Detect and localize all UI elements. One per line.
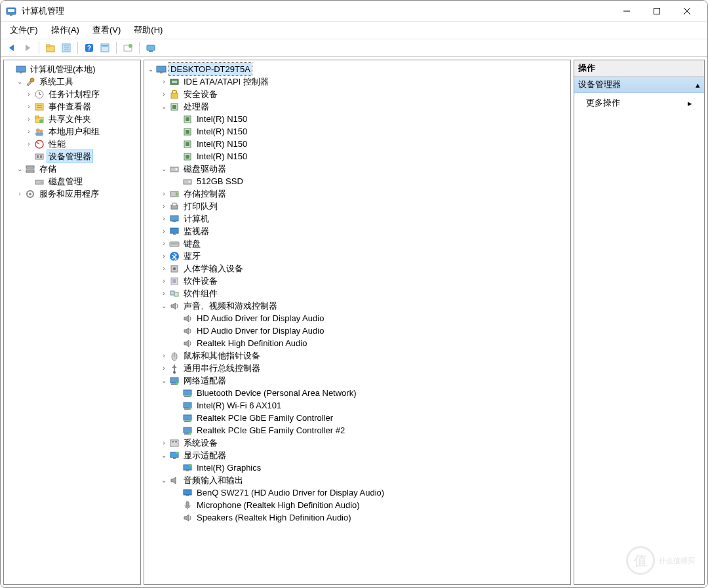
show-hide-button[interactable]: [121, 41, 135, 55]
back-button[interactable]: [5, 41, 19, 55]
blank-icon[interactable]: [172, 388, 182, 399]
collapse-icon[interactable]: ⌄: [14, 77, 25, 87]
blank-icon[interactable]: [172, 488, 182, 498]
expand-icon[interactable]: ›: [159, 363, 169, 374]
tree-item[interactable]: ›蓝牙: [146, 250, 569, 262]
expand-icon[interactable]: ›: [159, 276, 169, 286]
tree-item[interactable]: ›键盘: [146, 237, 569, 250]
tree-item[interactable]: ›软件组件: [146, 287, 569, 300]
expand-icon[interactable]: ›: [159, 438, 169, 448]
tree-item[interactable]: HD Audio Driver for Display Audio: [146, 312, 569, 324]
tree-shared-folders[interactable]: › 共享文件夹: [5, 113, 139, 125]
blank-icon[interactable]: [172, 114, 182, 125]
tree-services[interactable]: › 服务和应用程序: [5, 187, 139, 200]
expand-icon[interactable]: ›: [159, 77, 169, 87]
tree-item[interactable]: Realtek High Definition Audio: [146, 337, 569, 349]
collapse-icon[interactable]: ⌄: [159, 450, 169, 461]
tree-item[interactable]: Intel(R) Graphics: [146, 461, 569, 474]
collapse-icon[interactable]: ⌄: [159, 164, 169, 174]
blank-icon[interactable]: [172, 139, 182, 149]
blank-icon[interactable]: [172, 326, 182, 336]
view-list-button[interactable]: [98, 41, 112, 55]
expand-icon[interactable]: ›: [24, 102, 34, 112]
expand-icon[interactable]: ›: [159, 288, 169, 299]
blank-icon[interactable]: [172, 500, 182, 511]
tree-item[interactable]: Realtek PCIe GbE Family Controller: [146, 412, 569, 424]
properties-button[interactable]: [59, 41, 73, 55]
tree-root[interactable]: 计算机管理(本地): [5, 63, 139, 75]
tree-task-scheduler[interactable]: › 任务计划程序: [5, 88, 139, 100]
close-button[interactable]: [672, 1, 702, 22]
forward-button[interactable]: [20, 41, 35, 55]
help-button[interactable]: ?: [82, 41, 96, 55]
actions-group[interactable]: 设备管理器 ▴: [574, 77, 704, 93]
tree-item[interactable]: ›鼠标和其他指针设备: [146, 349, 569, 362]
tree-item[interactable]: ›IDE ATA/ATAPI 控制器: [146, 75, 569, 88]
up-button[interactable]: [43, 41, 58, 55]
tree-item[interactable]: ›人体学输入设备: [146, 262, 569, 275]
expand-icon[interactable]: ›: [159, 351, 169, 361]
tree-performance[interactable]: › 性能: [5, 138, 139, 150]
tree-storage[interactable]: ⌄ 存储: [5, 163, 139, 175]
expand-icon[interactable]: ›: [159, 239, 169, 249]
blank-icon[interactable]: [172, 413, 182, 423]
blank-icon[interactable]: [172, 313, 182, 324]
collapse-icon[interactable]: ⌄: [159, 376, 169, 386]
blank-icon[interactable]: [172, 127, 182, 137]
expand-icon[interactable]: ›: [159, 226, 169, 237]
tree-item[interactable]: ›监视器: [146, 225, 569, 237]
collapse-icon[interactable]: ⌄: [159, 475, 169, 486]
expand-icon[interactable]: ›: [14, 189, 25, 199]
tree-item[interactable]: BenQ SW271 (HD Audio Driver for Display …: [146, 486, 569, 499]
blank-icon[interactable]: [172, 463, 182, 473]
tree-item[interactable]: ›计算机: [146, 212, 569, 225]
tree-item[interactable]: Intel(R) Wi-Fi 6 AX101: [146, 399, 569, 412]
blank-icon[interactable]: [172, 338, 182, 349]
expand-icon[interactable]: [24, 176, 34, 187]
tree-device-manager[interactable]: 设备管理器: [5, 150, 139, 163]
blank-icon[interactable]: [172, 513, 182, 523]
scan-button[interactable]: [144, 41, 158, 55]
tree-item[interactable]: ⌄网络适配器: [146, 374, 569, 387]
tree-item[interactable]: Realtek PCIe GbE Family Controller #2: [146, 424, 569, 437]
tree-item[interactable]: ›系统设备: [146, 437, 569, 449]
tree-item[interactable]: ⌄处理器: [146, 100, 569, 113]
collapse-icon[interactable]: ⌄: [14, 164, 25, 174]
blank-icon[interactable]: [172, 151, 182, 162]
minimize-button[interactable]: [612, 1, 642, 22]
menu-file[interactable]: 文件(F): [3, 23, 45, 37]
expand-icon[interactable]: ›: [159, 214, 169, 224]
expand-icon[interactable]: ›: [159, 264, 169, 274]
blank-icon[interactable]: [172, 176, 182, 187]
collapse-icon[interactable]: ⌄: [159, 301, 169, 311]
tree-item[interactable]: HD Audio Driver for Display Audio: [146, 324, 569, 337]
tree-item[interactable]: Intel(R) N150: [146, 113, 569, 125]
menu-action[interactable]: 操作(A): [45, 23, 86, 37]
expand-icon[interactable]: ›: [24, 114, 34, 125]
expand-icon[interactable]: ›: [159, 89, 169, 100]
left-tree[interactable]: 计算机管理(本地) ⌄ 系统工具 › 任务计划程序 › 事件查看器: [3, 60, 141, 585]
tree-item[interactable]: ›软件设备: [146, 275, 569, 287]
tree-item[interactable]: 512GB SSD: [146, 175, 569, 187]
tree-item[interactable]: ⌄显示适配器: [146, 449, 569, 461]
expand-icon[interactable]: ›: [24, 89, 34, 100]
tree-system-tools[interactable]: ⌄ 系统工具: [5, 75, 139, 88]
collapse-icon[interactable]: ⌄: [159, 102, 169, 112]
tree-disk-mgmt[interactable]: 磁盘管理: [5, 175, 139, 187]
expand-icon[interactable]: ›: [159, 201, 169, 212]
tree-item[interactable]: Speakers (Realtek High Definition Audio): [146, 511, 569, 524]
tree-item[interactable]: ›通用串行总线控制器: [146, 362, 569, 374]
tree-item[interactable]: ⌄音频输入和输出: [146, 474, 569, 486]
tree-item[interactable]: ›打印队列: [146, 200, 569, 212]
tree-event-viewer[interactable]: › 事件查看器: [5, 100, 139, 113]
collapse-icon[interactable]: ▴: [696, 80, 700, 90]
expand-icon[interactable]: ›: [24, 127, 34, 137]
device-tree[interactable]: ⌄DESKTOP-DT29T5A›IDE ATA/ATAPI 控制器›安全设备⌄…: [144, 60, 571, 585]
tree-item[interactable]: Microphone (Realtek High Definition Audi…: [146, 499, 569, 511]
expand-icon[interactable]: [24, 151, 34, 162]
tree-item[interactable]: Intel(R) N150: [146, 150, 569, 163]
expand-icon[interactable]: [5, 64, 16, 75]
tree-item[interactable]: ›存储控制器: [146, 187, 569, 200]
tree-item[interactable]: Bluetooth Device (Personal Area Network): [146, 387, 569, 399]
expand-icon[interactable]: ›: [159, 189, 169, 199]
